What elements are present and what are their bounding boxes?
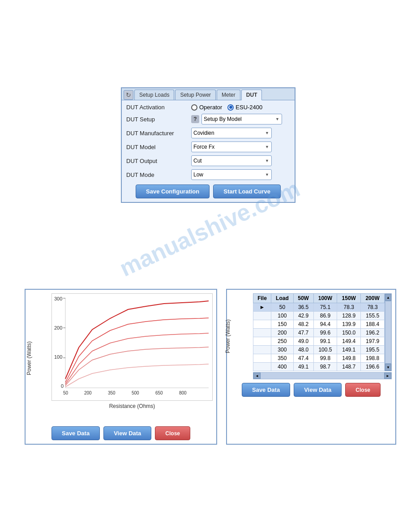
table-row[interactable]: 300 48.0 100.5 149.1 195.5 bbox=[253, 346, 385, 354]
col-150w: 150W bbox=[337, 294, 361, 303]
table-view-button[interactable]: View Data bbox=[294, 383, 342, 397]
file-cell bbox=[253, 354, 271, 363]
table-inner: File Load 50W 100W 150W 200W ► 50 bbox=[253, 293, 385, 371]
table-row[interactable]: 150 48.2 94.4 139.9 188.4 bbox=[253, 320, 385, 329]
c150-cell: 149.8 bbox=[337, 354, 361, 363]
table-row[interactable]: ► 50 36.5 75.1 78.3 78.3 bbox=[253, 303, 385, 312]
c50-cell: 47.7 bbox=[293, 329, 313, 337]
dut-setup-row: DUT Setup ? Setup By Model bbox=[126, 114, 290, 124]
c50-cell: 48.0 bbox=[293, 346, 313, 354]
scroll-down-button[interactable]: ▼ bbox=[385, 364, 391, 371]
tabs-row: ↻ Setup Loads Setup Power Meter DUT bbox=[122, 88, 295, 100]
c200-cell: 196.2 bbox=[361, 329, 385, 337]
table-y-label: Power (Watts) bbox=[225, 319, 231, 353]
table-row[interactable]: 100 42.9 86.9 128.9 155.5 bbox=[253, 312, 385, 320]
tab-dut[interactable]: DUT bbox=[241, 90, 262, 100]
file-cell bbox=[253, 363, 271, 371]
scroll-up-button[interactable]: ▲ bbox=[385, 294, 391, 301]
c200-cell: 195.5 bbox=[361, 346, 385, 354]
dut-output-select-wrapper: Cut bbox=[191, 155, 272, 166]
table-close-button[interactable]: Close bbox=[345, 383, 381, 397]
dut-model-label: DUT Model bbox=[126, 144, 191, 150]
table-row[interactable]: 200 47.7 99.6 150.0 196.2 bbox=[253, 329, 385, 337]
start-load-curve-button[interactable]: Start Load Curve bbox=[213, 184, 281, 198]
dut-manufacturer-label: DUT Manufacturer bbox=[126, 130, 191, 137]
horizontal-scrollbar[interactable]: ◄ ► bbox=[253, 372, 392, 379]
save-configuration-button[interactable]: Save Configuration bbox=[136, 184, 210, 198]
svg-text:100: 100 bbox=[54, 354, 62, 360]
table-panel: Power (Watts) File Load 50W 100W 150W 20… bbox=[226, 289, 396, 445]
tab-back-button[interactable]: ↻ bbox=[124, 90, 133, 100]
c50-cell: 48.2 bbox=[293, 320, 313, 329]
c100-cell: 98.7 bbox=[313, 363, 337, 371]
c100-cell: 99.8 bbox=[313, 354, 337, 363]
dut-activation-row: DUT Activation Operator ESU-2400 bbox=[126, 104, 290, 111]
vertical-scrollbar[interactable]: ▲ ▼ bbox=[385, 293, 392, 371]
tab-setup-loads[interactable]: Setup Loads bbox=[134, 90, 174, 100]
c200-cell: 155.5 bbox=[361, 312, 385, 320]
operator-radio-circle[interactable] bbox=[191, 104, 197, 111]
config-panel: ↻ Setup Loads Setup Power Meter DUT DUT … bbox=[121, 87, 295, 203]
c50-cell: 42.9 bbox=[293, 312, 313, 320]
dut-output-select[interactable]: Cut bbox=[191, 155, 272, 166]
load-cell: 400 bbox=[271, 363, 294, 371]
esu2400-radio[interactable]: ESU-2400 bbox=[227, 104, 262, 111]
col-100w: 100W bbox=[313, 294, 337, 303]
table-buttons-row: Save Data View Data Close bbox=[231, 383, 392, 397]
dut-setup-select[interactable]: Setup By Model bbox=[201, 114, 282, 124]
operator-radio[interactable]: Operator bbox=[191, 104, 222, 111]
operator-label: Operator bbox=[199, 104, 222, 111]
c100-cell: 99.6 bbox=[313, 329, 337, 337]
table-row[interactable]: 400 49.1 98.7 148.7 196.6 bbox=[253, 363, 385, 371]
svg-text:300: 300 bbox=[54, 296, 62, 301]
dut-manufacturer-select[interactable]: Covidien bbox=[191, 128, 272, 138]
svg-text:200: 200 bbox=[84, 390, 92, 395]
svg-text:0: 0 bbox=[61, 383, 64, 389]
c100-cell: 75.1 bbox=[313, 303, 337, 312]
dut-mode-label: DUT Mode bbox=[126, 172, 191, 178]
c200-cell: 196.6 bbox=[361, 363, 385, 371]
tab-meter[interactable]: Meter bbox=[217, 90, 240, 100]
load-cell: 150 bbox=[271, 320, 294, 329]
dut-mode-select-wrapper: Low bbox=[191, 169, 272, 180]
file-cell bbox=[253, 329, 271, 337]
scroll-right-button[interactable]: ► bbox=[384, 373, 391, 379]
svg-text:350: 350 bbox=[108, 390, 116, 395]
esu2400-radio-circle[interactable] bbox=[227, 104, 234, 111]
c50-cell: 47.4 bbox=[293, 354, 313, 363]
table-save-button[interactable]: Save Data bbox=[242, 383, 290, 397]
c150-cell: 139.9 bbox=[337, 320, 361, 329]
help-icon[interactable]: ? bbox=[191, 115, 199, 123]
file-cell bbox=[253, 346, 271, 354]
c100-cell: 99.1 bbox=[313, 337, 337, 346]
c200-cell: 198.8 bbox=[361, 354, 385, 363]
c200-cell: 197.9 bbox=[361, 337, 385, 346]
tab-setup-power[interactable]: Setup Power bbox=[175, 90, 216, 100]
dut-model-select[interactable]: Force Fx bbox=[191, 142, 272, 152]
dut-activation-label: DUT Activation bbox=[126, 104, 191, 111]
load-cell: 350 bbox=[271, 354, 294, 363]
chart-x-label: Resistance (Ohms) bbox=[51, 403, 213, 409]
chart-buttons-row: Save Data View Data Close bbox=[29, 426, 213, 440]
svg-text:500: 500 bbox=[132, 390, 139, 395]
chart-save-button[interactable]: Save Data bbox=[51, 426, 100, 440]
chart-y-label: Power (Watts) bbox=[26, 341, 32, 375]
dut-manufacturer-select-wrapper: Covidien bbox=[191, 128, 272, 138]
table-row[interactable]: 350 47.4 99.8 149.8 198.8 bbox=[253, 354, 385, 363]
svg-text:800: 800 bbox=[179, 390, 187, 395]
scroll-track bbox=[385, 301, 391, 364]
c100-cell: 86.9 bbox=[313, 312, 337, 320]
dut-mode-select[interactable]: Low bbox=[191, 169, 272, 180]
svg-text:200: 200 bbox=[54, 325, 62, 330]
load-cell: 300 bbox=[271, 346, 294, 354]
table-row[interactable]: 250 49.0 99.1 149.4 197.9 bbox=[253, 337, 385, 346]
dut-output-label: DUT Output bbox=[126, 158, 191, 164]
c150-cell: 128.9 bbox=[337, 312, 361, 320]
svg-text:50: 50 bbox=[63, 390, 68, 395]
chart-close-button[interactable]: Close bbox=[155, 426, 190, 440]
chart-view-button[interactable]: View Data bbox=[103, 426, 151, 440]
activation-radio-group: Operator ESU-2400 bbox=[191, 104, 262, 111]
scroll-left-button[interactable]: ◄ bbox=[253, 373, 261, 379]
c50-cell: 49.0 bbox=[293, 337, 313, 346]
c150-cell: 149.4 bbox=[337, 337, 361, 346]
